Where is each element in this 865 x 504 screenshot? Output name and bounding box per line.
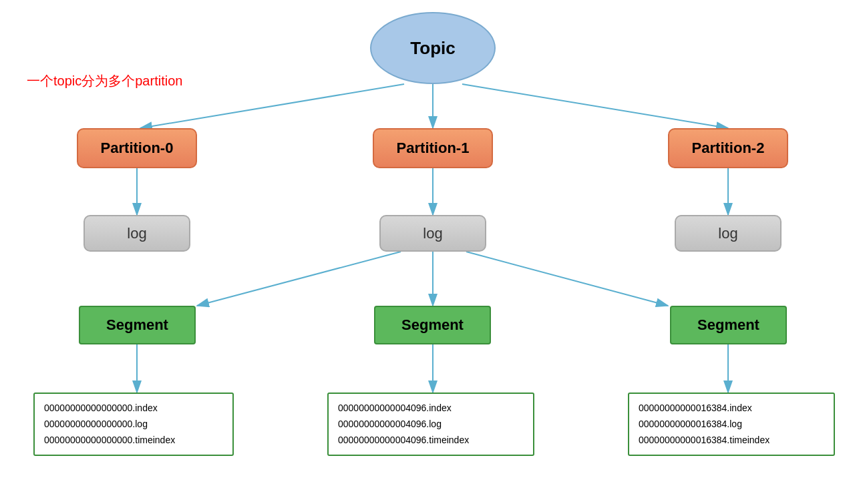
file-box-0-line1: 00000000000000000.index (44, 403, 158, 413)
log-0-node: log (83, 215, 190, 252)
file-box-2-line1: 00000000000016384.index (639, 403, 752, 413)
file-box-1-line2: 00000000000004096.log (338, 419, 442, 429)
topic-node: Topic (370, 12, 496, 84)
svg-line-1 (140, 84, 404, 128)
log-1-node: log (379, 215, 486, 252)
segment-1-node: Segment (374, 306, 491, 344)
svg-line-7 (197, 252, 401, 306)
file-box-0: 00000000000000000.index 0000000000000000… (33, 393, 234, 456)
file-box-1-line1: 00000000000004096.index (338, 403, 452, 413)
file-box-1: 00000000000004096.index 0000000000000409… (327, 393, 534, 456)
segment-0-node: Segment (79, 306, 196, 344)
partition-1-node: Partition-1 (373, 128, 493, 168)
file-box-0-line2: 00000000000000000.log (44, 419, 148, 429)
file-box-1-line3: 00000000000004096.timeindex (338, 435, 469, 445)
file-box-2-line3: 00000000000016384.timeindex (639, 435, 769, 445)
svg-line-3 (462, 84, 728, 128)
file-box-2: 00000000000016384.index 0000000000001638… (628, 393, 835, 456)
segment-2-node: Segment (670, 306, 787, 344)
partition-2-node: Partition-2 (668, 128, 788, 168)
log-2-node: log (675, 215, 782, 252)
annotation-text: 一个topic分为多个partition (27, 72, 182, 90)
svg-line-9 (466, 252, 668, 306)
diagram-container: 一个topic分为多个partition Topic (0, 0, 865, 504)
partition-0-node: Partition-0 (77, 128, 197, 168)
file-box-0-line3: 00000000000000000.timeindex (44, 435, 175, 445)
file-box-2-line2: 00000000000016384.log (639, 419, 742, 429)
